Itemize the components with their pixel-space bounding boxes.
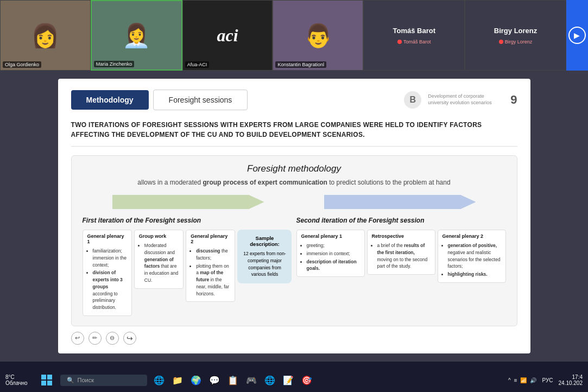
methodology-subtitle: allows in a moderated group process of e… bbox=[83, 179, 506, 186]
list-item: a brief of the results of the first iter… bbox=[377, 242, 431, 270]
tray-signal[interactable]: 📶 bbox=[520, 377, 527, 383]
tab-foresight-sessions[interactable]: Foresight sessions bbox=[153, 90, 248, 110]
first-plenary-row: General plenary 1 familiarization; immer… bbox=[83, 230, 292, 316]
next-icon: ▶ bbox=[568, 27, 586, 44]
slide-logo: B bbox=[404, 91, 421, 109]
subtitle-bold: group process of expert communication bbox=[203, 179, 327, 186]
clock-date: 24.10.202 bbox=[559, 380, 583, 386]
participant-maria-label: Maria Zinchenko bbox=[94, 61, 135, 67]
taskbar-app-teams[interactable]: 💬 bbox=[207, 372, 222, 388]
participant-konstantin: 👨 Konstantin Bagrationl bbox=[273, 0, 363, 71]
sgp1-list: greeting; immersion in context; descript… bbox=[301, 242, 360, 272]
main-content: Methodology Foresight sessions B Develop… bbox=[0, 71, 588, 362]
sgp2-header: General plenary 2 bbox=[442, 233, 501, 239]
participant-olga: 👩 Olga Gordienko bbox=[0, 0, 91, 71]
mic-red-icon bbox=[397, 40, 402, 44]
taskbar-app-folder[interactable]: 📁 bbox=[170, 372, 185, 388]
methodology-title: Foresight methodology bbox=[83, 163, 506, 174]
second-general-plenary-2: General plenary 2 generation of positive… bbox=[438, 230, 506, 283]
second-plenary-row: General plenary 1 greeting; immersion in… bbox=[296, 230, 506, 283]
list-item: discussing the factors; bbox=[196, 248, 230, 262]
gp1-list: familiarization; immersion in the contex… bbox=[87, 248, 127, 311]
video-bar: 👩 Olga Gordienko 👩‍💼 Maria Zinchenko aci… bbox=[0, 0, 588, 71]
slide-meta-text: Development of corporate university evol… bbox=[428, 93, 504, 106]
search-bar[interactable]: 🔍 Поиск bbox=[60, 375, 147, 386]
first-iteration: First iteration of the Foresight session… bbox=[83, 217, 292, 316]
first-group-work: Group work Moderated discussion and gene… bbox=[134, 230, 184, 289]
search-icon: 🔍 bbox=[67, 377, 74, 384]
search-placeholder: Поиск bbox=[78, 377, 94, 383]
list-item: plotting them on a map of the future in … bbox=[196, 263, 230, 298]
slide-number: 9 bbox=[510, 93, 517, 107]
gp2-list: discussing the factors; plotting them on… bbox=[191, 248, 230, 297]
taskbar-app-edge[interactable]: 🌍 bbox=[188, 372, 204, 388]
sys-tray-icons: ^ ≡ 📶 🔊 bbox=[508, 377, 537, 383]
list-item: Moderated discussion and generation of f… bbox=[144, 242, 179, 284]
slide-heading: TWO ITERATIONS OF FORESIGHT SESSIONS WIT… bbox=[71, 120, 517, 147]
tray-caret[interactable]: ^ bbox=[508, 377, 511, 383]
second-iteration: Second iteration of the Foresight sessio… bbox=[296, 217, 506, 316]
first-iteration-title: First iteration of the Foresight session bbox=[83, 217, 292, 224]
list-item: familiarization; immersion in the contex… bbox=[93, 248, 127, 268]
gp2-header: General plenary 2 bbox=[191, 233, 230, 244]
next-participant-button[interactable]: ▶ bbox=[566, 0, 588, 71]
participant-olga-label: Olga Gordienko bbox=[3, 61, 41, 68]
taskbar-app-tasks[interactable]: 📋 bbox=[225, 372, 241, 388]
gw-header: Group work bbox=[139, 233, 179, 239]
participant-konstantin-label: Konstantin Bagrationl bbox=[275, 61, 326, 68]
list-item: greeting; bbox=[307, 242, 360, 249]
participant-afua: aci Afua-ACI bbox=[182, 0, 273, 71]
iterations-row: First iteration of the Foresight session… bbox=[83, 217, 506, 316]
zoom-out-button[interactable]: ⊖ bbox=[106, 332, 119, 345]
weather-desc: Облачно bbox=[5, 380, 28, 386]
taskbar-apps: 🌐 📁 🌍 💬 📋 🎮 🌐 📝 🎯 bbox=[151, 372, 314, 388]
first-general-plenary-2: General plenary 2 discussing the factors… bbox=[186, 230, 235, 302]
participant-tomas: Tomáš Barot Tomáš Barot bbox=[363, 0, 465, 71]
redo-button[interactable]: ↪ bbox=[123, 332, 136, 345]
sample-header: Sample description: bbox=[242, 235, 287, 247]
sgp2-list: generation of positive, negative and rea… bbox=[442, 242, 501, 278]
presentation-slide: Methodology Foresight sessions B Develop… bbox=[58, 79, 530, 353]
second-iteration-title: Second iteration of the Foresight sessio… bbox=[296, 217, 506, 224]
participant-birgy-name: Birgy Lorenz bbox=[494, 27, 537, 35]
participant-tomas-mic: Tomáš Barot bbox=[397, 39, 431, 45]
taskbar-app-game[interactable]: 🎮 bbox=[244, 372, 259, 388]
sample-text: 12 experts from non-competing major comp… bbox=[242, 250, 287, 278]
arrow-right-icon bbox=[324, 195, 476, 209]
participant-maria: 👩‍💼 Maria Zinchenko bbox=[91, 0, 182, 71]
taskbar-app-globe[interactable]: 🌐 bbox=[151, 372, 167, 388]
list-item: highlighting risks. bbox=[448, 271, 501, 278]
slide-controls: ↩ ✏ ⊖ ↪ bbox=[71, 332, 517, 345]
taskbar-app-target[interactable]: 🎯 bbox=[299, 372, 314, 388]
second-general-plenary-1: General plenary 1 greeting; immersion in… bbox=[296, 230, 365, 277]
taskbar-clock: 17:4 24.10.202 bbox=[559, 374, 583, 386]
gw-list: Moderated discussion and generation of f… bbox=[139, 242, 179, 284]
clock-time: 17:4 bbox=[559, 374, 583, 380]
tab-methodology[interactable]: Methodology bbox=[71, 90, 149, 110]
list-item: immersion in context; bbox=[307, 250, 360, 257]
tray-volume[interactable]: 🔊 bbox=[530, 377, 536, 383]
slide-tabs: Methodology Foresight sessions B Develop… bbox=[71, 90, 517, 110]
arrow-left-icon bbox=[112, 195, 264, 209]
methodology-box: Foresight methodology allows in a modera… bbox=[71, 155, 517, 326]
list-item: division of experts into 3 groups accord… bbox=[93, 269, 127, 311]
arrow-row bbox=[83, 195, 506, 209]
retrospective-card: Retrospective a brief of the results of … bbox=[367, 230, 435, 275]
start-button[interactable] bbox=[37, 371, 56, 389]
afua-logo: aci bbox=[183, 1, 273, 70]
taskbar-lang: РУС bbox=[542, 377, 553, 383]
weather-temp: 8°C bbox=[5, 374, 28, 380]
edit-button[interactable]: ✏ bbox=[88, 332, 102, 345]
taskbar-app-word[interactable]: 📝 bbox=[281, 372, 296, 388]
tray-network[interactable]: ≡ bbox=[514, 377, 517, 383]
undo-button[interactable]: ↩ bbox=[71, 332, 84, 345]
taskbar-app-web[interactable]: 🌐 bbox=[262, 372, 277, 388]
windows-icon bbox=[41, 375, 52, 385]
sample-description-card: Sample description: 12 experts from non-… bbox=[237, 230, 292, 283]
list-item: description of iteration goals. bbox=[307, 258, 360, 273]
slide-meta: B Development of corporate university ev… bbox=[404, 91, 517, 109]
retro-header: Retrospective bbox=[372, 233, 431, 239]
participant-birgy: Birgy Lorenz Birgy Lorenz bbox=[465, 0, 566, 71]
taskbar-right: ^ ≡ 📶 🔊 РУС 17:4 24.10.202 bbox=[508, 374, 583, 386]
taskbar: 8°C Облачно 🔍 Поиск 🌐 📁 🌍 💬 📋 🎮 🌐 📝 🎯 ^ … bbox=[0, 368, 588, 392]
